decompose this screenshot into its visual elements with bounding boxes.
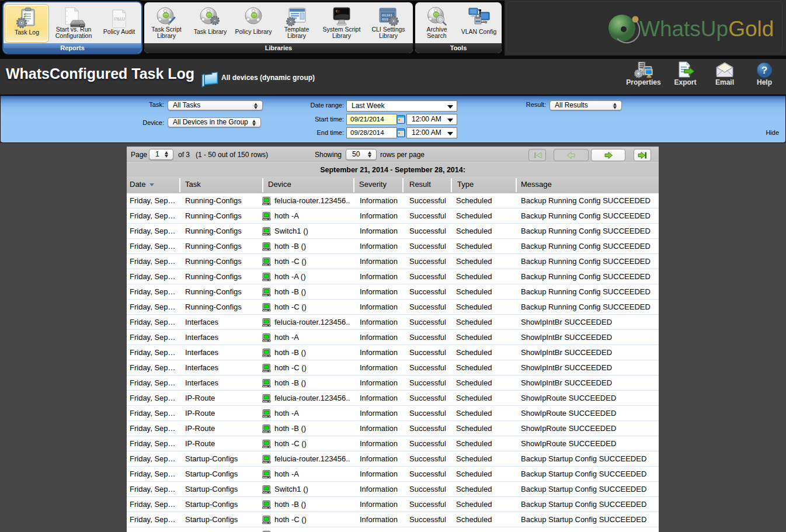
svg-text:01101: 01101 — [382, 13, 392, 18]
svg-text:010: 010 — [382, 18, 388, 22]
svg-text:I76JJJ: I76JJJ — [114, 17, 125, 21]
svg-text:WhatsUpGold: WhatsUpGold — [639, 17, 774, 41]
svg-text:C:: C: — [336, 9, 340, 13]
svg-text:?: ? — [761, 65, 767, 76]
